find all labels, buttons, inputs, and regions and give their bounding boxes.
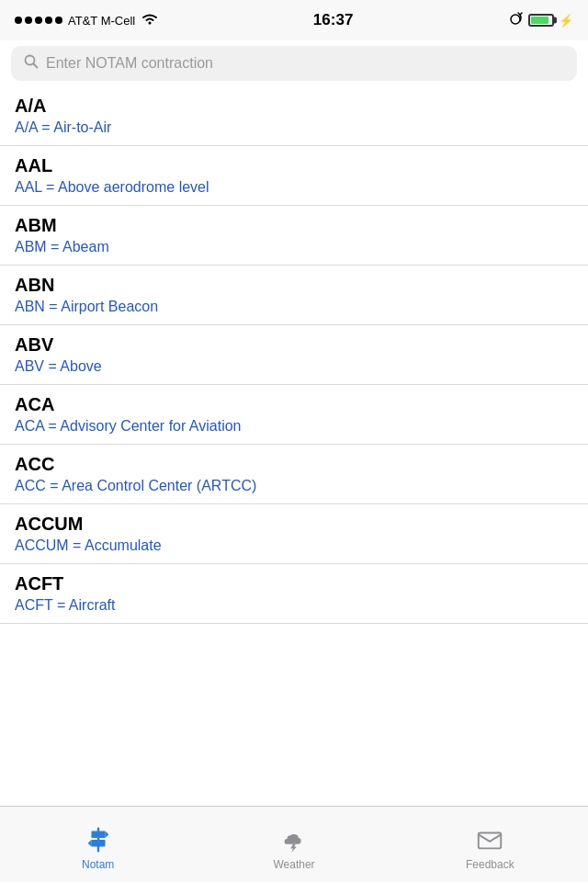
search-bar[interactable]: Enter NOTAM contraction [11,46,577,81]
list-item[interactable]: ABMABM = Abeam [0,206,588,266]
item-abbreviation: ABM [15,215,573,236]
item-definition: ACCUM = Accumulate [15,537,573,554]
item-definition: ACFT = Aircraft [15,597,573,614]
item-abbreviation: AAL [15,155,573,176]
charging-icon: ⚡ [559,14,573,28]
rotation-lock-icon [507,11,524,30]
item-abbreviation: ACA [15,394,573,415]
wifi-icon [141,12,159,29]
item-definition: ACC = Area Control Center (ARTCC) [15,478,573,494]
tab-weather[interactable]: Weather [196,818,391,871]
weather-icon [279,825,309,854]
list-item[interactable]: A/AA/A = Air-to-Air [0,86,588,146]
list-item[interactable]: ABNABN = Airport Beacon [0,266,588,325]
tab-notam-label: Notam [82,858,114,871]
item-abbreviation: ABN [15,275,573,296]
item-definition: ABN = Airport Beacon [15,299,573,315]
carrier-label: AT&T M-Cell [68,14,135,28]
notam-list: A/AA/A = Air-to-AirAALAAL = Above aerodr… [0,86,588,802]
list-item[interactable]: ACCUMACCUM = Accumulate [0,504,588,564]
item-definition: ACA = Advisory Center for Aviation [15,418,573,435]
item-abbreviation: ACCUM [15,514,573,535]
list-item[interactable]: ACFTACFT = Aircraft [0,564,588,624]
status-left: AT&T M-Cell [15,12,159,29]
item-definition: A/A = Air-to-Air [15,119,573,136]
item-abbreviation: A/A [15,96,573,117]
tab-notam[interactable]: Notam [0,818,196,871]
tab-weather-label: Weather [273,858,314,871]
feedback-icon [475,825,504,854]
svg-rect-7 [91,840,105,847]
status-bar: AT&T M-Cell 16:37 ⚡ [0,0,588,40]
battery-indicator [528,14,554,27]
tab-feedback[interactable]: Feedback [392,818,588,871]
item-definition: ABM = Abeam [15,239,573,255]
list-item[interactable]: ACCACC = Area Control Center (ARTCC) [0,445,588,504]
signal-dots [15,17,62,24]
list-item[interactable]: ABVABV = Above [0,325,588,385]
svg-point-0 [149,21,152,24]
svg-line-3 [34,64,38,68]
status-right: ⚡ [507,11,573,30]
item-abbreviation: ACC [15,454,573,475]
item-definition: ABV = Above [15,358,573,375]
tab-bar: Notam Weather Feedback [0,806,588,882]
search-placeholder: Enter NOTAM contraction [46,55,213,72]
search-icon [24,54,39,73]
svg-rect-5 [91,831,105,839]
notam-icon [84,825,113,854]
list-item[interactable]: AALAAL = Above aerodrome level [0,146,588,206]
item-abbreviation: ACFT [15,573,573,594]
status-time: 16:37 [313,11,353,29]
tab-feedback-label: Feedback [466,858,514,871]
item-definition: AAL = Above aerodrome level [15,179,573,196]
item-abbreviation: ABV [15,334,573,356]
list-item[interactable]: ACAACA = Advisory Center for Aviation [0,385,588,445]
svg-point-1 [511,15,520,24]
